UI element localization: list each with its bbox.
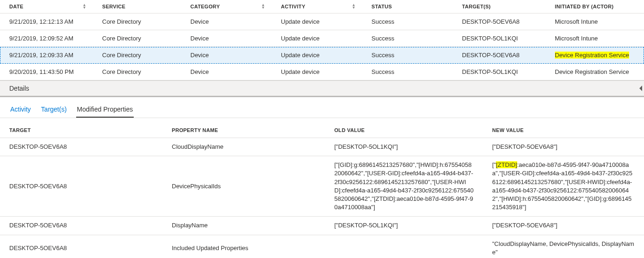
cell-activity: Update device [272,30,362,47]
col-date[interactable]: DATE ▲▼ [0,0,93,13]
cell-new-value: "CloudDisplayName, DevicePhysicalIds, Di… [483,235,644,258]
tab-activity[interactable]: Activity [9,106,32,118]
cell-targets: DESKTOP-5OEV6A8 [453,47,546,64]
col-service[interactable]: SERVICE [93,0,181,13]
cell-status: Success [362,47,453,64]
cell-activity: Update device [272,64,362,80]
cell-activity: Update device [272,13,362,30]
cell-date: 9/20/2019, 11:43:50 PM [0,64,93,80]
details-panel-header[interactable]: Details [0,80,644,97]
cell-status: Success [362,64,453,80]
cell-old-value: ["DESKTOP-5OL1KQI"] [325,217,483,235]
col-actor[interactable]: INITIATED BY (ACTOR) [546,0,644,13]
cell-category: Device [181,64,272,80]
cell-actor: Device Registration Service [546,64,644,80]
table-row[interactable]: 9/21/2019, 12:09:33 AM Core Directory De… [0,47,644,64]
cell-service: Core Directory [93,47,181,64]
table-row[interactable]: DESKTOP-5OEV6A8 Included Updated Propert… [0,235,644,258]
cell-new-value: ["[ZTDID]:aeca010e-b87d-4595-9f47-90a471… [483,156,644,217]
table-row[interactable]: 9/21/2019, 12:09:52 AM Core Directory De… [0,30,644,47]
cell-service: Core Directory [93,30,181,47]
details-tabs: Activity Target(s) Modified Properties [0,97,644,118]
cell-targets: DESKTOP-5OL1KQI [453,30,546,47]
cell-old-value: ["DESKTOP-5OL1KQI"] [325,138,483,156]
audit-header-row: DATE ▲▼ SERVICE CATEGORY ▲▼ ACTIVITY ▲▼ … [0,0,644,13]
cell-category: Device [181,30,272,47]
cell-target: DESKTOP-5OEV6A8 [0,138,163,156]
cell-new-value: ["DESKTOP-5OEV6A8"] [483,138,644,156]
cell-targets: DESKTOP-5OL1KQI [453,64,546,80]
cell-target: DESKTOP-5OEV6A8 [0,235,163,258]
cell-new-value: ["DESKTOP-5OEV6A8"] [483,217,644,235]
tab-targets[interactable]: Target(s) [40,106,67,118]
col-status[interactable]: STATUS [362,0,453,13]
sort-icon[interactable]: ▲▼ [261,4,265,9]
sort-icon[interactable]: ▲▼ [83,4,86,9]
cell-actor: Microsoft Intune [546,13,644,30]
tab-modified-properties[interactable]: Modified Properties [76,106,134,118]
cell-property: Included Updated Properties [163,235,325,258]
cell-property: DisplayName [163,217,325,235]
cell-target: DESKTOP-5OEV6A8 [0,217,163,235]
cell-date: 9/21/2019, 12:09:33 AM [0,47,93,64]
cell-service: Core Directory [93,13,181,30]
cell-old-value [325,235,483,258]
cell-category: Device [181,47,272,64]
highlighted-actor: Device Registration Service [555,52,629,59]
highlighted-ztdid: [ZTDID] [496,161,517,168]
cell-actor: Device Registration Service [546,47,644,64]
col-old-value[interactable]: OLD VALUE [325,121,483,138]
table-row[interactable]: DESKTOP-5OEV6A8 DisplayName ["DESKTOP-5O… [0,217,644,235]
cell-targets: DESKTOP-5OEV6A8 [453,13,546,30]
cell-target: DESKTOP-5OEV6A8 [0,156,163,217]
col-category[interactable]: CATEGORY ▲▼ [181,0,272,13]
audit-log-table: DATE ▲▼ SERVICE CATEGORY ▲▼ ACTIVITY ▲▼ … [0,0,644,80]
table-row[interactable]: 9/20/2019, 11:43:50 PM Core Directory De… [0,64,644,80]
cell-property: CloudDisplayName [163,138,325,156]
table-row[interactable]: DESKTOP-5OEV6A8 DevicePhysicalIds ["[GID… [0,156,644,217]
modified-properties-table: TARGET PROPERTY NAME OLD VALUE NEW VALUE… [0,121,644,258]
col-target[interactable]: TARGET [0,121,163,138]
sort-icon[interactable]: ▲▼ [352,4,356,9]
details-label: Details [9,85,29,92]
cell-category: Device [181,13,272,30]
cell-activity: Update device [272,47,362,64]
col-new-value[interactable]: NEW VALUE [483,121,644,138]
col-property-name[interactable]: PROPERTY NAME [163,121,325,138]
props-header-row: TARGET PROPERTY NAME OLD VALUE NEW VALUE [0,121,644,138]
cell-property: DevicePhysicalIds [163,156,325,217]
table-row[interactable]: 9/21/2019, 12:12:13 AM Core Directory De… [0,13,644,30]
cell-service: Core Directory [93,64,181,80]
cell-old-value: ["[GID]:g:6896145213257680","[HWID]:h:67… [325,156,483,217]
cell-status: Success [362,13,453,30]
col-targets[interactable]: TARGET(S) [453,0,546,13]
cell-status: Success [362,30,453,47]
cell-date: 9/21/2019, 12:09:52 AM [0,30,93,47]
cell-date: 9/21/2019, 12:12:13 AM [0,13,93,30]
table-row[interactable]: DESKTOP-5OEV6A8 CloudDisplayName ["DESKT… [0,138,644,156]
cell-actor: Microsoft Intune [546,30,644,47]
col-activity[interactable]: ACTIVITY ▲▼ [272,0,362,13]
